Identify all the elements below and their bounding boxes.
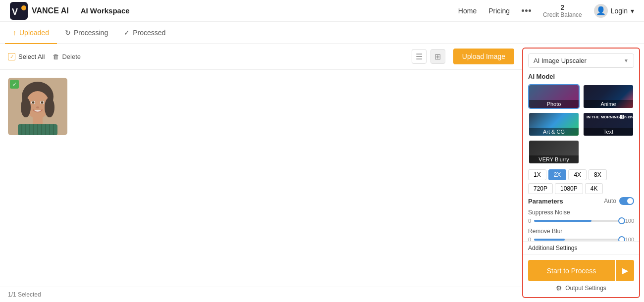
model-blurry-bg: VERY Blurry — [529, 141, 579, 163]
nav-pricing[interactable]: Pricing — [488, 7, 510, 15]
image-item[interactable]: ✓ — [8, 78, 67, 135]
suppress-noise-thumb — [618, 217, 625, 224]
processed-icon: ✓ — [124, 29, 130, 37]
scale-2x[interactable]: 2X — [548, 169, 567, 180]
remove-blur-max: 100 — [625, 237, 634, 241]
upload-image-button[interactable]: Upload Image — [453, 49, 514, 64]
start-process-button[interactable]: Start to Process — [528, 260, 615, 281]
model-artcg-bg: Art & CG — [529, 113, 579, 136]
auto-label: Auto — [604, 198, 616, 204]
main-content: ✓ Select All 🗑 Delete ☰ ⊞ Upload Image — [0, 44, 644, 302]
model-artcg[interactable]: Art & CG — [528, 112, 580, 137]
res-720p[interactable]: 720P — [528, 183, 553, 194]
view-toggle: ☰ ⊞ — [412, 49, 445, 64]
login-button[interactable]: 👤 Login ▾ — [594, 4, 634, 18]
ai-tool-dropdown[interactable]: AI Image Upscaler ▼ — [528, 53, 634, 68]
suppress-noise-min: 0 — [528, 218, 531, 224]
trash-icon: 🗑 — [53, 53, 59, 60]
output-settings[interactable]: ⚙ Output Settings — [528, 284, 634, 292]
logo-text: VANCE AI — [32, 6, 69, 15]
suppress-noise-max: 100 — [625, 218, 634, 224]
dot3 — [529, 9, 531, 12]
model-grid: Photo Anime Art & CG — [528, 84, 634, 164]
gear-icon: ⚙ — [556, 284, 562, 292]
tab-processed[interactable]: ✓ Processed — [116, 22, 173, 44]
remove-blur-track[interactable] — [534, 239, 622, 241]
suppress-noise-slider-row: 0 100 — [528, 218, 634, 224]
left-panel: ✓ Select All 🗑 Delete ☰ ⊞ Upload Image — [0, 44, 522, 302]
output-settings-label: Output Settings — [565, 285, 606, 292]
process-btn-row: Start to Process ▶ — [528, 260, 634, 281]
ai-tool-label: AI Image Upscaler — [534, 57, 587, 64]
login-chevron-icon: ▾ — [631, 7, 634, 15]
params-title: Parameters — [528, 198, 563, 205]
image-selected-indicator: ✓ — [10, 80, 19, 89]
res-4k[interactable]: 4K — [585, 183, 603, 194]
right-panel: AI Image Upscaler ▼ AI Model Photo Anime — [522, 48, 640, 298]
process-area: Start to Process ▶ ⚙ Output Settings — [523, 254, 639, 297]
toolbar: ✓ Select All 🗑 Delete ☰ ⊞ Upload Image — [0, 44, 522, 70]
remove-blur-thumb — [618, 236, 625, 241]
model-text-label: Text — [584, 128, 633, 136]
remove-blur-label: Remove Blur — [528, 228, 634, 235]
ai-model-title: AI Model — [528, 73, 634, 80]
svg-point-2 — [21, 5, 26, 10]
tab-processed-label: Processed — [133, 29, 165, 37]
resolution-options: 720P 1080P 4K — [528, 183, 634, 194]
checkbox-icon: ✓ — [8, 53, 15, 60]
image-grid: ✓ — [0, 70, 522, 287]
remove-blur-min: 0 — [528, 237, 531, 241]
auto-toggle[interactable]: Auto — [604, 197, 634, 205]
header: V VANCE AI AI Workspace Home Pricing 2 C… — [0, 0, 644, 22]
model-blurry-label: VERY Blurry — [529, 155, 579, 163]
vance-logo-icon: V — [10, 2, 28, 20]
tab-uploaded-label: Uploaded — [19, 29, 49, 37]
logo[interactable]: V VANCE AI — [10, 2, 69, 20]
list-view-button[interactable]: ☰ — [412, 49, 427, 64]
status-bar: 1/1 Selected — [0, 287, 522, 302]
scale-8x[interactable]: 8X — [589, 169, 607, 180]
tab-uploaded[interactable]: ↑ Uploaded — [5, 22, 57, 44]
toggle-knob — [627, 198, 633, 204]
model-anime-label: Anime — [584, 100, 633, 108]
right-panel-inner: AI Image Upscaler ▼ AI Model Photo Anime — [523, 49, 639, 241]
delete-button[interactable]: 🗑 Delete — [53, 53, 81, 60]
login-label: Login — [611, 7, 628, 15]
header-nav: Home Pricing 2 Credit Balance 👤 Login ▾ — [458, 3, 634, 18]
selection-status: 1/1 Selected — [8, 291, 41, 298]
user-avatar-icon: 👤 — [594, 4, 608, 18]
tabs-bar: ↑ Uploaded ↻ Processing ✓ Processed — [0, 22, 644, 44]
params-header: Parameters Auto — [528, 197, 634, 205]
delete-label: Delete — [62, 53, 81, 60]
suppress-noise-track[interactable] — [534, 220, 622, 222]
dot1 — [522, 9, 524, 12]
upload-icon: ↑ — [13, 29, 16, 37]
additional-settings-label: Additional Settings — [528, 245, 577, 252]
model-photo[interactable]: Photo — [528, 84, 580, 109]
scale-1x[interactable]: 1X — [528, 169, 546, 180]
auto-switch[interactable] — [619, 197, 634, 205]
model-blurry[interactable]: VERY Blurry — [528, 140, 580, 164]
more-options-button[interactable] — [522, 9, 531, 12]
grid-view-button[interactable]: ⊞ — [430, 49, 445, 64]
tab-processing[interactable]: ↻ Processing — [57, 22, 116, 44]
model-text[interactable]: Text — [583, 112, 634, 137]
model-photo-bg: Photo — [529, 85, 579, 108]
dropdown-arrow-icon: ▼ — [624, 58, 629, 63]
credit-balance-label: Credit Balance — [543, 11, 582, 18]
remove-blur-fill — [534, 239, 565, 241]
workspace-label: AI Workspace — [81, 6, 130, 15]
model-text-bg: Text — [584, 113, 633, 136]
process-btn-arrow[interactable]: ▶ — [616, 260, 634, 281]
svg-text:V: V — [12, 7, 18, 17]
credit-balance: 2 Credit Balance — [543, 3, 582, 18]
model-anime[interactable]: Anime — [583, 84, 634, 109]
scale-4x[interactable]: 4X — [568, 169, 587, 180]
nav-home[interactable]: Home — [458, 7, 477, 15]
credit-amount: 2 — [560, 3, 564, 11]
select-all-checkbox[interactable]: ✓ Select All — [8, 53, 45, 60]
tab-processing-label: Processing — [74, 29, 108, 37]
processing-icon: ↻ — [65, 29, 71, 37]
additional-settings[interactable]: Additional Settings — [523, 241, 639, 254]
res-1080p[interactable]: 1080P — [555, 183, 583, 194]
